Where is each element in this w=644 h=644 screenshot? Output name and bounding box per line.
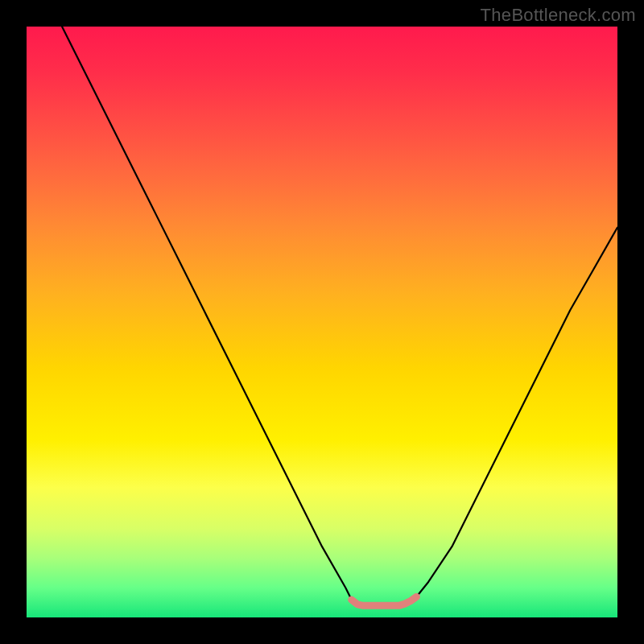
chart-frame: TheBottleneck.com <box>0 0 644 644</box>
watermark-text: TheBottleneck.com <box>481 5 636 26</box>
bottleneck-curve <box>62 27 617 605</box>
plot-area <box>27 27 617 617</box>
curve-layer <box>27 27 617 617</box>
valley-floor-highlight <box>352 597 417 605</box>
